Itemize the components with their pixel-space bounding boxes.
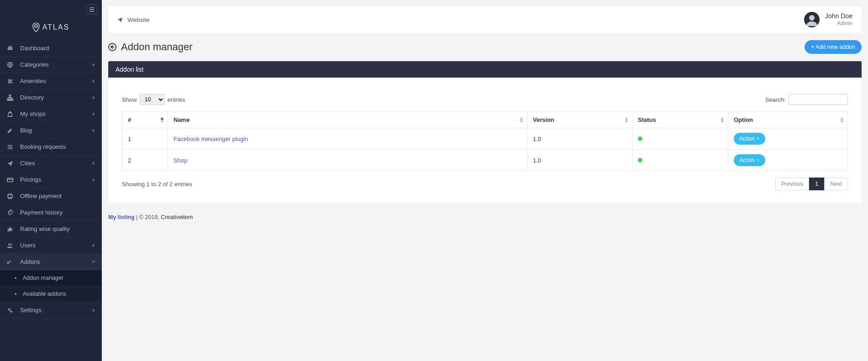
cell-index: 1 [122,128,168,150]
col-name[interactable]: Name [168,112,527,128]
status-active-icon [638,136,642,141]
avatar [804,12,820,27]
sidebar-item-dashboard[interactable]: Dashboard [0,40,102,57]
sidebar-item-addons[interactable]: Addons [0,254,102,270]
addon-link[interactable]: Shop [174,157,187,164]
sidebar-item-booking-requests[interactable]: Booking requests [0,139,102,155]
nav-label: Blog [20,127,32,134]
sort-down-icon [160,120,164,123]
sidebar-item-pricings[interactable]: Pricings [0,172,102,188]
chevron-right-icon [92,110,95,117]
user-name: John Doe [825,12,852,20]
clip-icon [6,209,14,216]
nav-label: Directory [20,94,44,101]
pager-next-button[interactable]: Next [824,178,848,190]
status-active-icon [638,158,642,162]
nav-label: Cities [20,160,35,167]
nav-label: Booking requests [20,143,66,150]
pager-prev-button[interactable]: Previous [775,178,810,190]
pin-icon [32,23,40,32]
sort-down-icon [840,120,844,123]
brand-name: ATLAS [42,23,70,31]
users-icon [6,242,14,249]
add-new-addon-button[interactable]: + Add new addon [805,40,862,54]
addon-table: # Name Version [122,111,848,171]
cell-version: 1.0 [527,128,632,150]
caret-down-icon [756,159,760,162]
col-option: Option [728,112,848,128]
chevron-right-icon [92,61,95,68]
website-link[interactable]: Website [117,16,150,23]
search-input[interactable] [789,94,848,105]
sidebar-item-users[interactable]: Users [0,237,102,254]
sidebar-item-settings[interactable]: Settings [0,302,102,319]
footer-brand-link[interactable]: My listing [108,214,135,220]
sidebar-item-cities[interactable]: Cities [0,155,102,172]
sidebar-item-blog[interactable]: Blog [0,122,102,139]
card-icon [6,177,14,183]
nav-label: Payment history [20,209,63,216]
sidebar-subitem-available-addons[interactable]: Available addons [0,286,102,302]
puzzle-icon [6,78,14,84]
action-dropdown-button[interactable]: Action [734,154,765,166]
sidebar-item-rating-wise-quality[interactable]: Rating wise quality [0,221,102,237]
col-version[interactable]: Version [527,112,632,128]
cell-status [632,150,728,171]
bullet-icon [15,277,16,279]
caret-down-icon [756,137,760,140]
addon-list-panel: Addon list Show 102550100 entries Search… [108,61,862,203]
action-dropdown-button[interactable]: Action [734,133,765,145]
brand-logo[interactable]: ATLAS [0,19,102,40]
plane-icon [117,17,123,22]
sidebar-item-amenities[interactable]: Amenities [0,73,102,89]
chevron-right-icon [92,94,95,101]
gauge-icon [6,45,14,52]
entries-label: entries [168,96,185,103]
length-control: Show 102550100 entries [122,94,185,105]
chevron-right-icon [92,160,95,167]
footer-company: Creativeitem [161,214,193,220]
sidebar-toggle-button[interactable] [86,5,97,15]
back-icon [108,43,116,51]
back-button[interactable] [108,43,116,51]
cell-status [632,128,728,150]
cogs-icon [6,307,14,314]
table-row: 2Shop1.0Action [122,150,848,171]
sort-up-icon [520,117,523,120]
bag-icon [6,111,14,117]
show-label: Show [122,96,137,103]
sidebar-subitem-addon-manager[interactable]: Addon manager [0,270,102,286]
sidebar-item-my-shops[interactable]: My shops [0,106,102,122]
cell-name: Facebook messenger plugin [168,128,527,150]
sidebar-item-offline-payment[interactable]: Offline payment [0,188,102,204]
sidebar-item-directory[interactable]: Directory [0,89,102,106]
list-icon [6,144,14,150]
col-index[interactable]: # [122,112,168,128]
page-header: Addon manager + Add new addon [108,40,862,54]
user-menu[interactable]: John Doe Admin [804,12,852,27]
search-label: Search: [765,96,786,103]
nav-label: Amenities [20,78,46,84]
addon-link[interactable]: Facebook messenger plugin [174,136,248,142]
nav-label: Settings [20,307,42,314]
nav-label: Available addons [23,291,66,297]
cell-index: 2 [122,150,168,171]
page-title: Addon manager [121,41,193,53]
printer-icon [6,193,14,199]
sup-icon [6,259,14,265]
hamburger-icon [89,7,95,12]
sidebar-item-categories[interactable]: Categories [0,57,102,73]
nav-label: Users [20,242,36,249]
pagination: Previous1Next [775,178,848,190]
main-area: Website John Doe Admin Addon manager + A… [102,0,868,361]
cell-name: Shop [168,150,527,171]
nav-label: Addons [20,258,40,265]
pager-page-button[interactable]: 1 [809,178,824,190]
website-label: Website [127,16,150,23]
sort-down-icon [721,120,724,123]
sidebar-item-payment-history[interactable]: Payment history [0,204,102,221]
length-select[interactable]: 102550100 [140,94,165,105]
plane-icon [6,160,14,167]
col-status[interactable]: Status [632,112,728,128]
chevron-down-icon [92,258,95,265]
